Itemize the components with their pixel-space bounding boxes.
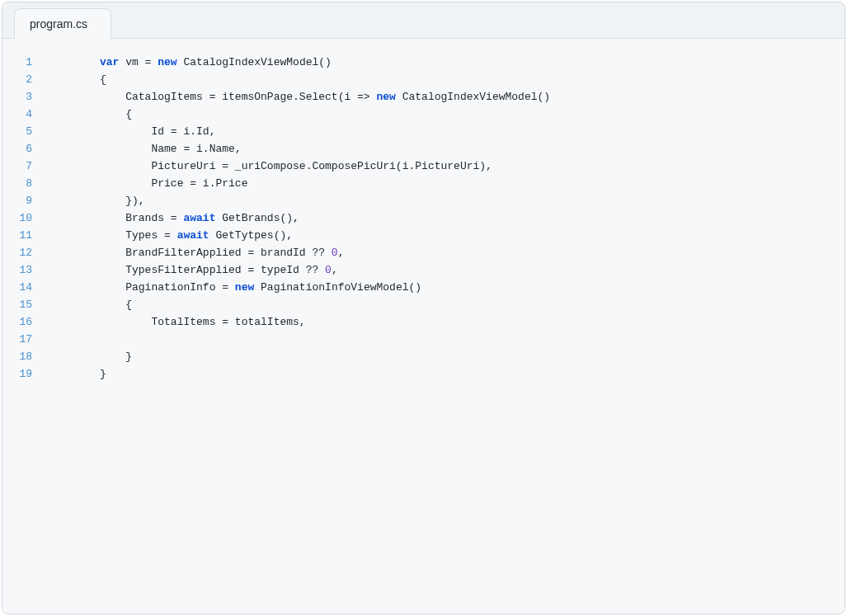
code-line[interactable]: TypesFilterApplied = typeId ?? 0,: [100, 261, 845, 279]
code-token: CatalogItems = itemsOnPage.Select(i =>: [125, 91, 376, 103]
code-line[interactable]: Types = await GetTytpes(),: [100, 227, 845, 244]
code-line[interactable]: }),: [100, 192, 845, 209]
code-line[interactable]: }: [100, 365, 845, 383]
code-line[interactable]: {: [100, 296, 845, 313]
code-token: CatalogIndexViewModel(): [183, 56, 331, 68]
code-token: TypesFilterApplied = typeId ??: [125, 264, 325, 276]
code-token: var: [100, 56, 125, 68]
code-token: }),: [125, 195, 144, 207]
line-number: 6: [2, 140, 32, 158]
code-line[interactable]: Brands = await GetBrands(),: [100, 209, 845, 227]
code-token: 0: [325, 264, 332, 276]
code-token: TotalItems = totalItems,: [151, 316, 305, 328]
line-number: 18: [2, 348, 32, 365]
code-area[interactable]: var vm = new CatalogIndexViewModel(){ Ca…: [42, 54, 845, 614]
code-token: Brands =: [125, 212, 183, 224]
code-token: new: [235, 281, 261, 294]
code-line[interactable]: {: [100, 71, 845, 88]
line-number: 3: [2, 88, 32, 106]
code-line[interactable]: Name = i.Name,: [100, 140, 845, 158]
code-line[interactable]: [100, 331, 845, 348]
code-token: PaginationInfoViewModel(): [261, 281, 421, 294]
code-token: GetTytpes(),: [215, 229, 293, 242]
code-token: ,: [338, 247, 345, 259]
line-number: 12: [2, 244, 32, 261]
code-token: new: [158, 56, 183, 68]
code-editor-window: program.cs 12345678910111213141516171819…: [2, 2, 845, 614]
code-line[interactable]: BrandFilterApplied = brandId ?? 0,: [100, 244, 845, 261]
code-token: Price = i.Price: [151, 177, 247, 190]
line-number: 17: [2, 331, 32, 348]
line-number: 9: [2, 192, 32, 209]
line-number: 10: [2, 209, 32, 227]
line-number: 11: [2, 227, 32, 244]
code-line[interactable]: Price = i.Price: [100, 175, 845, 192]
code-line[interactable]: {: [100, 106, 845, 123]
tab-bar: program.cs: [2, 2, 845, 39]
code-line[interactable]: PaginationInfo = new PaginationInfoViewM…: [100, 279, 845, 296]
code-token: }: [100, 368, 106, 380]
line-number: 8: [2, 175, 32, 192]
code-token: Types =: [125, 229, 176, 242]
code-token: await: [183, 212, 222, 224]
code-token: {: [125, 299, 132, 311]
code-token: Name = i.Name,: [151, 143, 241, 155]
line-number: 14: [2, 279, 32, 296]
code-token: ,: [332, 264, 338, 276]
line-number: 15: [2, 296, 32, 313]
code-token: Id = i.Id,: [151, 125, 215, 138]
code-token: vm =: [125, 56, 158, 68]
line-number: 4: [2, 106, 32, 123]
code-token: {: [100, 73, 106, 86]
code-token: }: [125, 350, 132, 363]
code-line[interactable]: TotalItems = totalItems,: [100, 313, 845, 331]
code-token: CatalogIndexViewModel(): [402, 91, 550, 103]
code-token: new: [376, 91, 402, 103]
line-number: 19: [2, 365, 32, 383]
code-line[interactable]: }: [100, 348, 845, 365]
code-line[interactable]: var vm = new CatalogIndexViewModel(): [100, 54, 845, 71]
line-number: 7: [2, 158, 32, 175]
tab-file[interactable]: program.cs: [14, 8, 111, 39]
line-number: 16: [2, 313, 32, 331]
code-token: PictureUri = _uriCompose.ComposePicUri(i…: [151, 160, 492, 172]
editor-body: 12345678910111213141516171819 var vm = n…: [2, 39, 845, 614]
code-line[interactable]: Id = i.Id,: [100, 123, 845, 140]
code-token: BrandFilterApplied = brandId ??: [125, 247, 332, 259]
code-token: GetBrands(),: [222, 212, 299, 224]
code-token: await: [177, 229, 216, 242]
line-number: 1: [2, 54, 32, 71]
line-number: 2: [2, 71, 32, 88]
code-token: 0: [332, 247, 338, 259]
code-line[interactable]: PictureUri = _uriCompose.ComposePicUri(i…: [100, 158, 845, 175]
code-token: PaginationInfo =: [125, 281, 235, 294]
tab-filename-label: program.cs: [30, 17, 87, 31]
code-token: {: [125, 108, 132, 120]
code-line[interactable]: CatalogItems = itemsOnPage.Select(i => n…: [100, 88, 845, 106]
line-number: 13: [2, 261, 32, 279]
line-number-gutter: 12345678910111213141516171819: [2, 54, 42, 614]
line-number: 5: [2, 123, 32, 140]
